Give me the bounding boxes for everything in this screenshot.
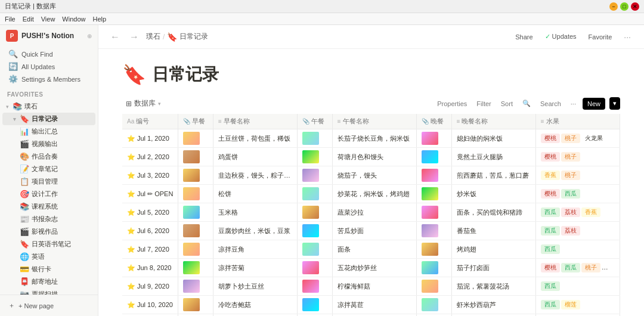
search-button[interactable]: Search	[537, 99, 564, 109]
cell-dinner-name[interactable]: 煎西蘑菇，苦瓜，葱口蘑	[451, 166, 535, 185]
cell-breakfast-img[interactable]	[178, 203, 213, 222]
cell-breakfast-img[interactable]	[178, 166, 213, 185]
cell-lunch-img[interactable]	[298, 203, 333, 222]
sidebar-item-notes[interactable]: ▾ 📝 文章笔记	[2, 163, 95, 175]
menu-edit[interactable]: Edit	[23, 16, 34, 23]
cell-lunch-img[interactable]	[298, 148, 333, 166]
close-btn[interactable]: ✕	[631, 2, 639, 11]
cell-lunch-name[interactable]: 蔬菜沙拉	[332, 203, 416, 222]
menu-help[interactable]: Help	[92, 16, 106, 23]
menu-file[interactable]: File	[5, 16, 16, 23]
cell-lunch-img[interactable]	[298, 314, 333, 317]
cell-dinner-name[interactable]: 茄泥，紫薯菠花汤	[451, 277, 535, 296]
cell-breakfast-img[interactable]	[178, 277, 213, 296]
forward-button[interactable]: →	[127, 30, 141, 44]
new-record-chevron[interactable]: ▾	[609, 97, 620, 110]
sidebar-item-output[interactable]: ▾ 📊 输出汇总	[2, 125, 95, 138]
all-updates[interactable]: 🔄 All Updates	[5, 60, 93, 73]
cell-fruits[interactable]: 西瓜榴莲芒果	[535, 314, 620, 317]
cell-lunch-name[interactable]: 五花肉炒笋丝	[332, 259, 416, 277]
minimize-btn[interactable]: −	[609, 2, 618, 11]
cell-breakfast-img[interactable]	[178, 148, 213, 166]
cell-dinner-name[interactable]: 面条，买的馄饨和猪蹄	[451, 203, 535, 222]
cell-lunch-name[interactable]: 面条	[332, 240, 416, 259]
cell-dinner-img[interactable]	[416, 277, 451, 296]
cell-dinner-name[interactable]: 炒米饭	[451, 185, 535, 203]
cell-lunch-name[interactable]: 火锅	[332, 314, 416, 317]
sidebar-item-daily[interactable]: ▾ 🔖 日常记录	[2, 113, 95, 125]
cell-id[interactable]: ⭐Jul 6, 2020	[122, 222, 178, 240]
cell-breakfast-name[interactable]: 鸡蛋饼	[213, 314, 298, 317]
cell-dinner-img[interactable]	[416, 185, 451, 203]
breadcrumb-daily[interactable]: 日常记录	[179, 32, 208, 42]
cell-dinner-name[interactable]: 番茄鱼	[451, 222, 535, 240]
cell-breakfast-name[interactable]: 凉拌苦菊	[213, 259, 298, 277]
cell-dinner-img[interactable]	[416, 314, 451, 317]
new-record-button[interactable]: New	[583, 98, 605, 110]
cell-dinner-img[interactable]	[416, 222, 451, 240]
cell-breakfast-name[interactable]: 冷吃杏鲍菇	[213, 296, 298, 314]
cell-id[interactable]: ⭐Jun 8, 2020	[122, 259, 178, 277]
table-row[interactable]: ⭐Jul 1, 2020土豆丝饼，荷包蛋，稀饭长茄子烧长豆角，焖米饭媳妇做的焖米…	[122, 129, 620, 148]
cell-breakfast-img[interactable]	[178, 314, 213, 317]
cell-fruits[interactable]: 西瓜榴莲	[535, 296, 620, 314]
menu-view[interactable]: View	[41, 16, 55, 23]
updates-button[interactable]: ✓ Updates	[541, 31, 580, 42]
back-button[interactable]: ←	[108, 30, 122, 44]
cell-dinner-name[interactable]: 茄子打卤面	[451, 259, 535, 277]
cell-id[interactable]: ⭐Jul 7, 2020	[122, 240, 178, 259]
cell-id[interactable]: ⭐Jul 11, 2020	[122, 314, 178, 317]
cell-breakfast-name[interactable]: 韭边秋葵，馒头，粽子，小米粥	[213, 166, 298, 185]
sidebar-item-receipts[interactable]: ▾ 📷 票据扫描	[2, 288, 95, 295]
sidebar-item-courses[interactable]: ▾ 📚 课程系统	[2, 200, 95, 213]
cell-lunch-name[interactable]: 苦瓜炒面	[332, 222, 416, 240]
cell-lunch-name[interactable]: 烧茄子，馒头	[332, 166, 416, 185]
cell-id[interactable]: ⭐Jul 3, 2020	[122, 166, 178, 185]
table-row[interactable]: ⭐Jul ✏ OPEN松饼炒菜花，焖米饭，烤鸡翅炒米饭樱桃西瓜	[122, 185, 620, 203]
cell-dinner-img[interactable]	[416, 148, 451, 166]
menu-window[interactable]: Window	[62, 16, 85, 23]
cell-breakfast-img[interactable]	[178, 129, 213, 148]
cell-dinner-name[interactable]: 虾米炒西葫芦	[451, 296, 535, 314]
table-row[interactable]: ⭐Jun 8, 2020凉拌苦菊五花肉炒笋丝茄子打卤面樱桃西瓜桃子葡	[122, 259, 620, 277]
cell-breakfast-name[interactable]: 玉米格	[213, 203, 298, 222]
cell-fruits[interactable]: 西瓜	[535, 240, 620, 259]
cell-breakfast-name[interactable]: 鸡蛋饼	[213, 148, 298, 166]
db-view-button[interactable]: ⊞ 数据库 ▾	[122, 97, 165, 110]
cell-dinner-img[interactable]	[416, 129, 451, 148]
cell-id[interactable]: ⭐Jul 10, 2020	[122, 296, 178, 314]
cell-lunch-name[interactable]: 凉拌莴苣	[332, 296, 416, 314]
cell-dinner-img[interactable]	[416, 296, 451, 314]
cell-lunch-img[interactable]	[298, 240, 333, 259]
properties-button[interactable]: Properties	[434, 99, 470, 109]
cell-dinner-img[interactable]	[416, 259, 451, 277]
breadcrumb-puseki[interactable]: 璞石	[146, 32, 160, 42]
cell-fruits[interactable]: 樱桃桃子	[535, 148, 620, 166]
cell-fruits[interactable]: 西瓜荔枝香蕉	[535, 203, 620, 222]
table-row[interactable]: ⭐Jul 11, 2020鸡蛋饼火锅炒面条西瓜榴莲芒果	[122, 314, 620, 317]
cell-lunch-name[interactable]: 荷塘月色和馒头	[332, 148, 416, 166]
cell-breakfast-name[interactable]: 凉拌豆角	[213, 240, 298, 259]
cell-dinner-name[interactable]: 炒面条	[451, 314, 535, 317]
more-button[interactable]: ···	[620, 31, 634, 43]
quick-find[interactable]: 🔍 Quick Find	[5, 48, 93, 60]
cell-breakfast-name[interactable]: 土豆丝饼，荷包蛋，稀饭	[213, 129, 298, 148]
sidebar-item-newspaper[interactable]: ▾ 📰 书报杂志	[2, 213, 95, 225]
cell-fruits[interactable]: 香蕉桃子	[535, 166, 620, 185]
cell-id[interactable]: ⭐Jul 1, 2020	[122, 129, 178, 148]
sidebar-item-bank[interactable]: ▾ 💳 银行卡	[2, 263, 95, 275]
cell-breakfast-name[interactable]: 胡萝卜炒土豆丝	[213, 277, 298, 296]
table-row[interactable]: ⭐Jul 5, 2020玉米格蔬菜沙拉面条，买的馄饨和猪蹄西瓜荔枝香蕉	[122, 203, 620, 222]
cell-fruits[interactable]: 樱桃西瓜桃子葡	[535, 259, 620, 277]
table-row[interactable]: ⭐Jul 2, 2020鸡蛋饼荷塘月色和馒头竟然土豆火腿肠樱桃桃子	[122, 148, 620, 166]
cell-lunch-img[interactable]	[298, 277, 333, 296]
cell-lunch-name[interactable]: 柠檬海鲜菇	[332, 277, 416, 296]
sidebar-item-video[interactable]: ▾ 🎬 视频输出	[2, 138, 95, 150]
cell-lunch-name[interactable]: 炒菜花，焖米饭，烤鸡翅	[332, 185, 416, 203]
share-button[interactable]: Share	[512, 32, 536, 42]
cell-breakfast-img[interactable]	[178, 296, 213, 314]
sidebar-item-puseki[interactable]: ▾ 📚 璞石	[2, 100, 95, 113]
table-row[interactable]: ⭐Jul 10, 2020冷吃杏鲍菇凉拌莴苣虾米炒西葫芦西瓜榴莲	[122, 296, 620, 314]
cell-breakfast-name[interactable]: 豆腐炒肉丝，米饭，豆浆	[213, 222, 298, 240]
table-row[interactable]: ⭐Jul 9, 2020胡萝卜炒土豆丝柠檬海鲜菇茄泥，紫薯菠花汤西瓜	[122, 277, 620, 296]
